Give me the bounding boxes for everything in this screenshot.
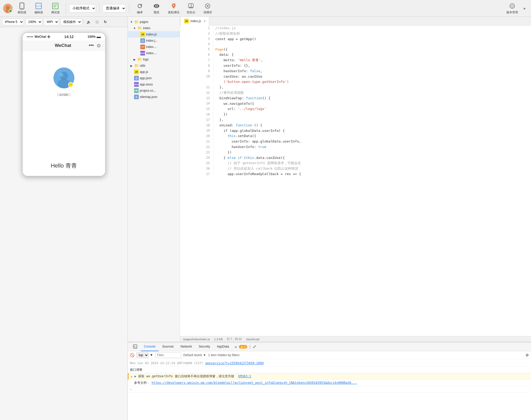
line-code: data: { [213, 52, 531, 58]
editor-button[interactable]: </> 编辑器 [31, 1, 46, 15]
console-settings-icon[interactable]: ⚙ [526, 353, 529, 357]
console-filter-input[interactable] [155, 352, 181, 358]
line-number: 20 [180, 133, 213, 139]
levels-select[interactable]: Default levels ▼ [183, 353, 206, 357]
cut-button[interactable]: 切后台 [184, 1, 198, 15]
folder-icon: 📁 [134, 20, 139, 24]
expand-icon[interactable]: ⤢ [253, 344, 256, 349]
warn-url-link[interactable]: https://developers.weixin.qq.com/blogdet… [152, 381, 357, 385]
code-line: 25 // 由于 getUserInfo 是网络请求，可能会在 [180, 160, 531, 166]
clear-button[interactable]: 清缓存 [200, 1, 215, 15]
tree-item-utils[interactable]: ▶ 📁 utils [128, 63, 180, 69]
status-row: 行 7，列 21 [227, 337, 242, 341]
zoom-select[interactable]: 100% 75% [25, 18, 42, 25]
code-line: 15 url: '../logs/logs' [180, 106, 531, 112]
simulator-label: 模拟器 [18, 10, 26, 14]
editor-area: ▼ 📁 pages ▼ 📁 index JS index.js [128, 17, 531, 342]
logs-label: logs [143, 58, 149, 61]
devtools-tab-network[interactable]: Network [177, 342, 195, 351]
svg-point-5 [22, 8, 22, 9]
phone-icon [18, 2, 26, 10]
editor-tabs: JS index.js × [180, 17, 531, 26]
code-content[interactable]: 1//index.js2//获取应用实例3const app = getApp(… [180, 26, 531, 336]
code-line: 14 wx.navigateTo({ [180, 101, 531, 107]
appjs-icon: JS [134, 70, 139, 74]
tab-close-button[interactable]: × [204, 19, 206, 23]
dots-icon[interactable]: ••• [89, 43, 94, 48]
line-code: ('button.open-type.getUserInfo') [213, 79, 531, 85]
tree-item-app-json[interactable]: {} app.json [128, 75, 180, 81]
tree-item-sitemap[interactable]: {} sitemap.json [128, 94, 180, 100]
main-content: iPhone 5 iPhone 6 iPhone X 100% 75% WiFi… [0, 17, 531, 420]
project-label: project.co... [140, 89, 156, 92]
code-line: 27 app.userInfoReadyCallback = res => { [180, 171, 531, 177]
avatar[interactable] [3, 4, 13, 13]
tree-item-index[interactable]: ▼ 📁 index [128, 25, 180, 31]
devtools-tab-appdata[interactable]: AppData [214, 342, 232, 351]
line-code: canIUse: wx.canIUse [213, 74, 531, 79]
svg-point-18 [511, 6, 512, 7]
line-number: 21 [180, 139, 213, 144]
refresh-icon [136, 2, 144, 10]
line-code: this.setData({ [213, 133, 531, 139]
phone-time: 14:12 [64, 35, 74, 39]
warn-expand[interactable]: ▶ [134, 374, 136, 378]
version-button[interactable]: 版本管理 [504, 1, 520, 15]
rotate-button[interactable]: ↻ [102, 18, 109, 25]
prompt-icon[interactable]: › [130, 387, 132, 391]
network-select[interactable]: WiFi 4G [44, 18, 59, 25]
carrier-text: WeChat [35, 35, 46, 39]
devtools-tab-sources[interactable]: Sources [159, 342, 177, 351]
compile-select[interactable]: 普通编译 [102, 4, 126, 13]
clear-icon [203, 2, 212, 10]
warn-link[interactable]: VM363:1 [238, 374, 251, 378]
tree-item-index-wxss[interactable]: wxss index.... [128, 50, 180, 56]
line-number: 12 [180, 90, 213, 96]
devtools-icon-tab[interactable] [130, 342, 140, 351]
devtools-settings-icon[interactable]: ⋮ [248, 345, 252, 349]
action-select[interactable]: 模拟操作 [61, 18, 82, 25]
context-select[interactable]: top [136, 352, 149, 358]
console-log-msg: Mon Jun 03 2019 14:12:54 GMT+0800 (CST) … [128, 360, 531, 367]
devtools-tab-console[interactable]: Console [141, 342, 159, 351]
line-code: //index.js [213, 26, 531, 31]
tree-item-logs[interactable]: ▶ 📁 logs [128, 56, 180, 63]
security-tab-label: Security [199, 345, 210, 348]
line-code: hasUserInfo: true [213, 144, 531, 150]
compile-button[interactable]: 编译 [132, 1, 147, 15]
no-entry-icon[interactable]: 🚫 [130, 353, 134, 357]
line-code: bindViewTap: function() { [213, 96, 531, 101]
more-button[interactable]: » [521, 5, 528, 12]
tree-item-project[interactable]: {⚙} project.co... [128, 88, 180, 94]
preview-button[interactable]: 预览 [149, 1, 164, 15]
simulator-button[interactable]: 模拟器 [15, 1, 29, 15]
devtools-tab-security[interactable]: Security [196, 342, 213, 351]
tree-item-pages[interactable]: ▼ 📁 pages [128, 19, 180, 25]
real-debug-button[interactable]: 真机调试 [166, 1, 182, 15]
more-tabs-icon[interactable]: » [235, 345, 237, 349]
editor-tab-indexjs[interactable]: JS index.js × [181, 17, 209, 26]
line-number: 3 [180, 36, 213, 42]
tree-item-index-js[interactable]: JS index.js [128, 31, 180, 38]
cut-label: 切后台 [187, 10, 195, 14]
log-link[interactable]: appservice?t=1559542373459:1099 [205, 361, 264, 365]
tree-item-index-wxml[interactable]: <> index.... [128, 44, 180, 50]
debugger-label: 调试器 [51, 10, 60, 14]
code-table: 1//index.js2//获取应用实例3const app = getApp(… [180, 26, 531, 177]
debugger-button[interactable]: 调试器 [48, 1, 63, 15]
editor-label: 编辑器 [34, 10, 43, 14]
tree-item-app-js[interactable]: JS app.js [128, 69, 180, 75]
code-line: 8 userInfo: {}, [180, 63, 531, 69]
logs-folder-icon: 📁 [137, 57, 142, 62]
sound-button[interactable]: 🔈 [85, 18, 92, 25]
user-avatar-container[interactable] [53, 67, 74, 88]
warn-ref-text: 参考文档： [134, 381, 150, 385]
record-icon[interactable]: ⊙ [97, 43, 101, 48]
device-select[interactable]: iPhone 5 iPhone 6 iPhone X [2, 18, 24, 25]
screen-button[interactable]: □ [94, 18, 100, 25]
indexwxss-label: index.... [146, 51, 157, 55]
tree-item-app-wxss[interactable]: wxss app.wxss [128, 81, 180, 88]
tree-item-index-json[interactable]: {} index.j... [128, 38, 180, 44]
mode-select[interactable]: 小程序模式 [69, 4, 96, 13]
svg-text:</>: </> [36, 4, 41, 8]
